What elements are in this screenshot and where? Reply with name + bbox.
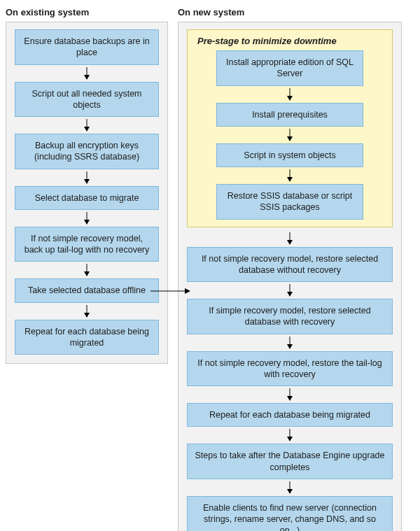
svg-marker-30 <box>287 489 293 494</box>
svg-marker-12 <box>84 313 90 318</box>
arrow-down-icon <box>15 210 159 227</box>
new-panel: Pre-stage to minimize downtime Install a… <box>178 22 402 531</box>
arrow-down-icon <box>187 386 393 403</box>
prestage-title: Pre-stage to minimize downtime <box>195 36 385 46</box>
existing-column: On existing system Ensure database backu… <box>6 6 168 364</box>
arrow-down-icon <box>15 262 159 278</box>
svg-marker-18 <box>287 177 293 182</box>
arrow-down-icon <box>15 117 159 134</box>
svg-marker-26 <box>287 396 293 401</box>
arrow-down-icon <box>195 127 385 143</box>
svg-marker-16 <box>287 136 293 141</box>
new-heading: On new system <box>178 7 402 17</box>
new-step-1: If not simple recovery model, restore se… <box>187 247 393 283</box>
prestage-step-3: Script in system objects <box>216 143 363 167</box>
svg-marker-22 <box>287 292 293 297</box>
prestage-step-4: Restore SSIS database or script SSIS pac… <box>216 184 363 220</box>
svg-marker-14 <box>287 96 293 101</box>
arrow-down-icon <box>15 169 159 186</box>
svg-marker-3 <box>84 127 90 132</box>
existing-step-2: Script out all needed system objects <box>15 82 159 118</box>
arrow-down-icon <box>187 479 393 496</box>
arrow-down-icon <box>15 303 159 320</box>
svg-marker-10 <box>185 288 190 294</box>
prestage-group: Pre-stage to minimize downtime Install a… <box>187 29 393 227</box>
prestage-step-2: Install prerequisites <box>216 103 363 127</box>
existing-step-7: Repeat for each database being migrated <box>15 320 159 355</box>
existing-step-3: Backup all encryption keys (including SS… <box>15 134 159 169</box>
arrow-down-icon <box>187 334 393 351</box>
svg-marker-9 <box>84 271 90 276</box>
svg-marker-24 <box>287 344 293 349</box>
svg-marker-20 <box>287 240 293 245</box>
existing-heading: On existing system <box>6 7 168 17</box>
arrow-down-icon <box>187 282 393 299</box>
arrow-down-icon <box>195 167 385 184</box>
existing-step-1: Ensure database backups are in place <box>15 29 159 65</box>
svg-marker-28 <box>287 437 293 441</box>
new-step-4: Repeat for each database being migrated <box>187 403 393 427</box>
diagram-columns: On existing system Ensure database backu… <box>6 6 414 531</box>
arrow-right-icon <box>159 281 192 309</box>
existing-step-5: If not simple recovery model, back up ta… <box>15 227 159 262</box>
new-step-3: If not simple recovery model, restore th… <box>187 351 393 387</box>
arrow-down-icon <box>187 230 393 247</box>
arrow-down-icon <box>187 427 393 444</box>
new-column: On new system Pre-stage to minimize down… <box>178 6 402 531</box>
arrow-down-icon <box>195 86 385 103</box>
existing-step-4: Select database to migrate <box>15 186 159 210</box>
existing-step-6: Take selected database offline <box>15 278 159 302</box>
svg-marker-7 <box>84 220 90 225</box>
new-step-2: If simple recovery model, restore select… <box>187 299 393 334</box>
new-step-6: Enable clients to find new server (conne… <box>187 496 393 531</box>
existing-panel: Ensure database backups are in place Scr… <box>6 22 168 364</box>
new-step-5: Steps to take after the Database Engine … <box>187 444 393 479</box>
svg-marker-5 <box>84 179 90 184</box>
prestage-step-1: Install appropriate edition of SQL Serve… <box>216 50 363 86</box>
arrow-down-icon <box>15 65 159 82</box>
svg-marker-1 <box>84 75 90 80</box>
